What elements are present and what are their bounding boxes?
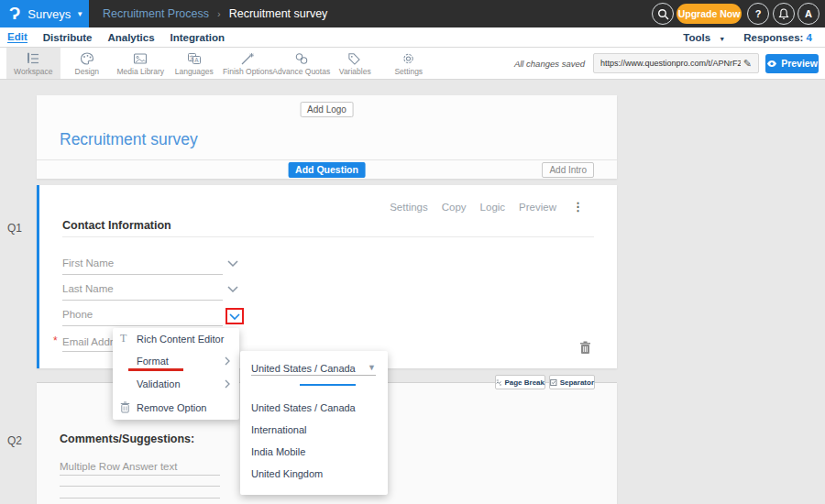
field-underline — [62, 325, 223, 326]
text-icon: T — [120, 332, 131, 345]
format-option-international[interactable]: International — [251, 419, 307, 441]
chevron-down-icon[interactable] — [227, 286, 238, 292]
annotation-highlight-box — [226, 308, 244, 324]
question-title-q1[interactable]: Contact Information — [62, 219, 171, 232]
format-option-india-mobile[interactable]: India Mobile — [251, 441, 305, 463]
question-title-q2[interactable]: Comments/Suggestions: — [60, 433, 194, 445]
tab-distribute[interactable]: Distribute — [43, 32, 93, 43]
active-indicator — [300, 384, 356, 386]
question-settings-link[interactable]: Settings — [390, 202, 428, 213]
product-menu[interactable]: Surveys — [28, 7, 71, 21]
survey-url-field[interactable]: https://www.questionpro.com/t/APNrFZ ✎ — [593, 53, 759, 73]
avatar: A — [805, 8, 812, 19]
top-navbar: Ɂ Surveys ▼ Recruitment Process › Recrui… — [0, 0, 825, 27]
preview-button[interactable]: Preview — [765, 54, 819, 73]
page-break-button[interactable]: Page Break — [495, 375, 545, 389]
separator-button[interactable]: Separator — [549, 375, 595, 389]
more-options-icon[interactable]: ⋮ — [572, 200, 584, 214]
logo-block[interactable]: Ɂ Surveys ▼ — [0, 0, 89, 27]
breadcrumb: Recruitment Process › Recruitment survey — [103, 0, 327, 27]
breadcrumb-current: Recruitment survey — [229, 7, 328, 20]
chevron-down-icon: ▼ — [719, 36, 725, 42]
notifications-button[interactable] — [773, 3, 795, 25]
responses-link[interactable]: Responses: 4 — [743, 32, 812, 43]
field-label-last-name[interactable]: Last Name — [62, 283, 114, 294]
upgrade-now-button[interactable]: Upgrade Now — [676, 4, 742, 24]
bell-icon — [778, 8, 789, 20]
finish-options-icon — [240, 51, 255, 65]
search-button[interactable] — [652, 3, 674, 25]
toolbar-item-media-library[interactable]: Media Library — [114, 48, 168, 79]
help-icon: ? — [755, 8, 762, 19]
toolbar-item-settings[interactable]: Settings — [382, 48, 436, 79]
annotation-underline — [128, 368, 183, 371]
format-submenu: United States / Canada ▼ United States /… — [240, 351, 388, 495]
question-logic-link[interactable]: Logic — [480, 202, 506, 213]
search-icon — [657, 8, 669, 20]
section-navbar: Edit Distribute Analytics Integration To… — [0, 27, 825, 48]
page-break-icon — [496, 378, 501, 387]
trash-icon — [120, 401, 131, 413]
toolbar-item-languages[interactable]: A文 Languages — [168, 48, 222, 79]
question-preview-link[interactable]: Preview — [519, 202, 556, 213]
chevron-down-icon[interactable] — [229, 313, 240, 320]
add-intro-button[interactable]: Add Intro — [542, 162, 594, 178]
tab-edit[interactable]: Edit — [7, 31, 28, 43]
option-context-menu: T Rich Content Editor Format Validation … — [113, 328, 239, 420]
menu-item-rich-content-editor[interactable]: T Rich Content Editor — [113, 328, 239, 349]
menu-item-validation[interactable]: Validation — [113, 372, 239, 395]
answer-underline — [60, 475, 220, 476]
question-copy-link[interactable]: Copy — [442, 202, 467, 213]
help-button[interactable]: ? — [747, 3, 769, 25]
tab-analytics[interactable]: Analytics — [107, 32, 154, 43]
format-option-us-canada[interactable]: United States / Canada — [251, 397, 356, 419]
breadcrumb-separator-icon: › — [217, 8, 221, 19]
answer-underline — [60, 486, 220, 487]
separator-icon — [550, 378, 557, 387]
tools-menu[interactable]: Tools ▼ — [683, 32, 725, 43]
advance-quotas-icon — [294, 51, 309, 65]
field-underline — [62, 274, 223, 275]
divider — [62, 236, 594, 237]
answer-placeholder[interactable]: Multiple Row Answer text — [60, 461, 177, 472]
add-logo-button[interactable]: Add Logo — [300, 102, 354, 117]
toolbar-item-design[interactable]: Design — [60, 48, 115, 79]
survey-title[interactable]: Recruitment survey — [60, 130, 198, 149]
question-number-q2: Q2 — [7, 434, 22, 447]
toolbar-item-workspace[interactable]: Workspace — [6, 48, 60, 79]
field-label-first-name[interactable]: First Name — [62, 257, 114, 268]
select-underline — [251, 375, 376, 376]
chevron-down-icon: ▼ — [76, 10, 83, 18]
field-underline — [62, 300, 223, 301]
chevron-down-icon: ▼ — [368, 363, 376, 372]
languages-icon: A文 — [187, 51, 202, 65]
delete-question-icon[interactable] — [579, 341, 591, 358]
survey-toolbar: Workspace Design Media Library A文 Langua… — [0, 48, 825, 80]
svg-text:文: 文 — [189, 54, 194, 60]
divider — [37, 159, 617, 160]
account-button[interactable]: A — [798, 3, 820, 25]
field-label-phone[interactable]: Phone — [62, 309, 93, 320]
chevron-right-icon — [225, 379, 230, 389]
toolbar-item-advance-quotas[interactable]: Advance Quotas — [275, 48, 329, 79]
autosave-status: All changes saved — [514, 59, 585, 69]
survey-header-card: Add Logo Recruitment survey Add Question… — [37, 95, 617, 179]
question-number-q1: Q1 — [7, 222, 22, 235]
workspace-icon — [26, 51, 40, 65]
menu-item-remove-option[interactable]: Remove Option — [113, 395, 239, 420]
format-select-value[interactable]: United States / Canada — [251, 363, 356, 374]
survey-url: https://www.questionpro.com/t/APNrFZ — [600, 59, 741, 68]
required-asterisk: * — [53, 334, 58, 347]
eye-icon — [766, 60, 777, 68]
chevron-down-icon[interactable] — [227, 260, 238, 267]
edit-url-icon[interactable]: ✎ — [743, 58, 752, 70]
toolbar-item-finish-options[interactable]: Finish Options — [221, 48, 275, 79]
format-option-united-kingdom[interactable]: United Kingdom — [251, 463, 323, 485]
breadcrumb-parent[interactable]: Recruitment Process — [103, 7, 209, 20]
toolbar-item-variables[interactable]: Variables — [328, 48, 382, 79]
answer-underline — [60, 498, 220, 499]
media-library-icon — [133, 51, 148, 65]
tab-integration[interactable]: Integration — [170, 32, 225, 43]
add-question-button[interactable]: Add Question — [288, 162, 366, 178]
design-icon — [80, 51, 94, 65]
